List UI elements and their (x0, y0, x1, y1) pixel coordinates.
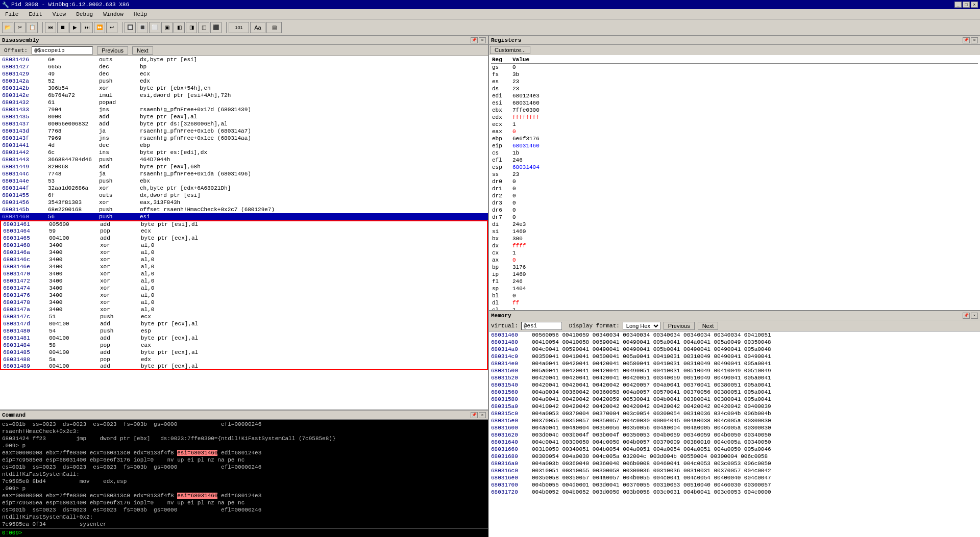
table-row[interactable]: 6803154000420041 00420041 00420042 00420… (489, 381, 980, 389)
table-row[interactable]: 680314266eoutsdx,byte ptr [esi] (0, 56, 488, 63)
table-row[interactable]: 6803142e6b764a72imulesi,dword ptr [esi+4… (0, 92, 488, 99)
table-row[interactable]: 680315e000370055 00350057 00350057 004c0… (489, 417, 980, 424)
table-row[interactable]: 680314563543f81303xoreax,313F843h (0, 199, 488, 206)
table-row[interactable]: 680314276655decbp (0, 63, 488, 70)
memory-content[interactable]: 6803146000560056 00410059 00340034 00340… (489, 331, 980, 537)
toolbar-open[interactable]: 📂 (2, 22, 13, 33)
table-row[interactable]: 680314414ddecebp (0, 142, 488, 149)
menu-file[interactable]: File (2, 10, 21, 18)
toolbar-font[interactable]: 101 (229, 22, 249, 33)
list-item[interactable]: eip68031460 (491, 142, 978, 149)
offset-input[interactable] (32, 46, 93, 55)
table-row[interactable]: 680314703400xoral,0 (0, 270, 488, 277)
table-row[interactable]: 6803143261popad (0, 99, 488, 106)
list-item[interactable]: bx300 (491, 235, 978, 242)
table-row[interactable]: 680316e000350058 00350057 004a0057 004b0… (489, 474, 980, 481)
table-row[interactable]: 68031600004a0041 004a0004 00350056 00350… (489, 424, 980, 431)
table-row[interactable]: 68031560004a0034 00360042 00360058 004a0… (489, 389, 980, 396)
table-row[interactable]: 6803145b68e2290168pushoffset rsaenh!Hmac… (0, 206, 488, 213)
list-item[interactable]: bl0 (491, 292, 978, 299)
list-item[interactable]: si1460 (491, 228, 978, 235)
table-row[interactable]: 680316c000310051 00310055 00300058 00300… (489, 467, 980, 474)
toolbar-btn10[interactable]: 🔳 (137, 22, 148, 33)
table-row[interactable]: 6803142b306b54xorbyte ptr [ebx+54h],ch (0, 85, 488, 92)
list-item[interactable]: es23 (491, 78, 978, 85)
table-row[interactable]: 6803143f7969jnsrsaenh!g_pfnFree+0x1ee (6… (0, 135, 488, 142)
list-item[interactable]: esi68031460 (491, 99, 978, 107)
table-row[interactable]: 6803146459popecx (0, 227, 488, 235)
table-row[interactable]: 680314783400xoral,0 (0, 299, 488, 306)
toolbar-btn8[interactable]: ↩ (106, 22, 117, 33)
list-item[interactable]: di24e3 (491, 221, 978, 228)
table-row[interactable]: 680314763400xoral,0 (0, 292, 488, 299)
table-row[interactable]: 6803168000300054 004a0030 004c005a 03200… (489, 453, 980, 460)
menu-window[interactable]: Window (100, 10, 127, 18)
list-item[interactable]: edi680124e3 (491, 92, 978, 99)
menu-edit[interactable]: Edit (26, 10, 45, 18)
toolbar-btn14[interactable]: ◨ (186, 22, 197, 33)
disasm-close-button[interactable]: × (479, 37, 486, 43)
list-item[interactable]: ip1460 (491, 271, 978, 278)
menu-help[interactable]: Help (131, 10, 150, 18)
list-item[interactable]: cl1 (491, 306, 978, 310)
list-item[interactable]: cs1b (491, 149, 978, 157)
virtual-input[interactable] (521, 322, 562, 330)
memory-close-button[interactable]: × (971, 313, 978, 319)
table-row[interactable]: 6803147c51pushecx (0, 313, 488, 320)
table-row[interactable]: 6803146000560056 00410059 00340034 00340… (489, 331, 980, 339)
toolbar-btn15[interactable]: ◫ (198, 22, 209, 33)
table-row[interactable]: 680315c0004a0053 00370004 00370004 003c0… (489, 410, 980, 417)
list-item[interactable]: dr10 (491, 185, 978, 192)
disasm-pin-button[interactable]: 📌 (471, 37, 478, 43)
table-row[interactable]: 6803142a52pushedx (0, 78, 488, 85)
toolbar-btn7[interactable]: ⏩ (94, 22, 105, 33)
table-row[interactable]: 680314c000350041 00410041 00500041 005a0… (489, 353, 980, 360)
table-row[interactable]: 6803147a3400xoral,0 (0, 306, 488, 313)
table-row[interactable]: 680314683400xoral,0 (0, 242, 488, 249)
table-row[interactable]: 68031720004b0052 004b0052 003d0050 003b0… (489, 489, 980, 496)
list-item[interactable]: edxffffffff (491, 114, 978, 121)
table-row[interactable]: 6803152000420041 00420041 00420041 00420… (489, 374, 980, 381)
list-item[interactable]: ss23 (491, 171, 978, 178)
menu-debug[interactable]: Debug (73, 10, 96, 18)
list-item[interactable]: dr30 (491, 199, 978, 207)
list-item[interactable]: dr00 (491, 178, 978, 185)
table-row[interactable]: 68031700004b0055 004d0001 003d0041 00370… (489, 481, 980, 489)
table-row[interactable]: 680314426cinsbyte ptr es:[edi],dx (0, 149, 488, 156)
list-item[interactable]: ds23 (491, 85, 978, 92)
list-item[interactable]: ebx7ffe0300 (491, 107, 978, 114)
toolbar-btn4[interactable]: ⏹ (57, 22, 68, 33)
format-select[interactable]: Long Hex (623, 322, 660, 330)
table-row[interactable]: 6803144e53pushebx (0, 177, 488, 185)
toolbar-btn13[interactable]: ◧ (174, 22, 185, 33)
table-row[interactable]: 6803146c3400xoral,0 (0, 256, 488, 263)
list-item[interactable]: ebp6e6f3176 (491, 135, 978, 142)
toolbar-extra[interactable]: ▤ (266, 22, 282, 33)
table-row[interactable]: 680314e0004a0041 00420041 00420041 00580… (489, 360, 980, 367)
table-row[interactable]: 68031481004100addbyte ptr [ecx],al (0, 335, 488, 342)
table-row[interactable]: 6803148458popeax (0, 342, 488, 349)
table-row[interactable]: 6803166000310050 00340051 004b0054 004a0… (489, 446, 980, 453)
disasm-next-button[interactable]: Next (132, 46, 153, 55)
table-row[interactable]: 68031461005600addbyte ptr [esi],dl (0, 220, 488, 227)
table-row[interactable]: 680315a000410042 00420042 00420042 00420… (489, 403, 980, 410)
table-row[interactable]: 68031489004100addbyte ptr [ecx],al (0, 363, 488, 370)
memory-next-button[interactable]: Next (698, 322, 719, 330)
list-item[interactable]: dlff (491, 299, 978, 306)
table-row[interactable]: 68031485004100addbyte ptr [ecx],al (0, 349, 488, 356)
list-item[interactable]: esp68031404 (491, 164, 978, 171)
cmd-input[interactable] (24, 530, 486, 536)
toolbar-btn9[interactable]: 🔲 (125, 22, 136, 33)
table-row[interactable]: 68031465004100addbyte ptr [ecx],al (0, 235, 488, 242)
table-row[interactable]: 68031620003d004c 003b004f 003b004f 00350… (489, 431, 980, 439)
table-row[interactable]: 680314885apopedx (0, 356, 488, 363)
table-row[interactable]: 6803148054pushesp (0, 327, 488, 335)
toolbar-btn6[interactable]: ⏭ (82, 22, 93, 33)
list-item[interactable]: ax0 (491, 257, 978, 264)
disasm-prev-button[interactable]: Previous (97, 46, 128, 55)
list-item[interactable]: dr70 (491, 214, 978, 221)
toolbar-copy[interactable]: 📋 (27, 22, 38, 33)
table-row[interactable]: 6803144c7748jarsaenh!g_pfnFree+0x1da (68… (0, 170, 488, 177)
menu-view[interactable]: View (50, 10, 69, 18)
list-item[interactable]: gs0 (491, 64, 978, 71)
